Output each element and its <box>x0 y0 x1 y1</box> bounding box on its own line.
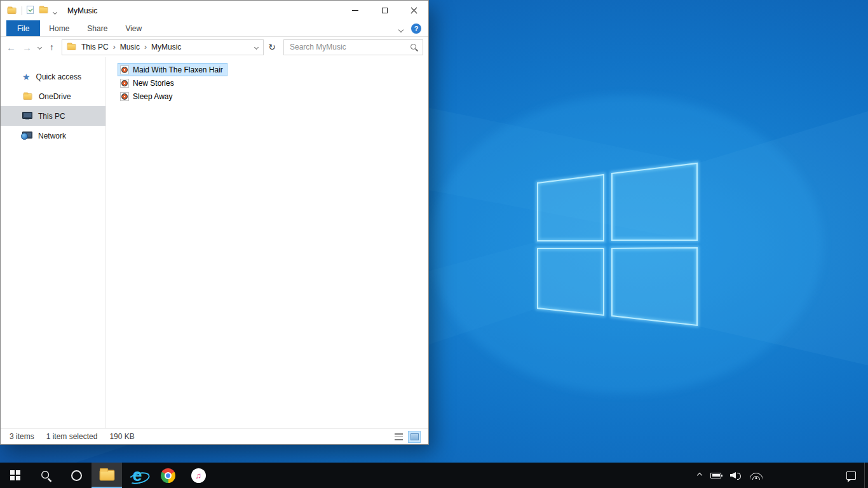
wifi-icon <box>750 471 763 480</box>
star-icon: ★ <box>22 72 31 81</box>
cortana-ring-icon <box>71 470 82 481</box>
selection-count: 1 item selected <box>46 432 98 441</box>
titlebar[interactable]: MyMusic <box>1 1 428 20</box>
help-button[interactable]: ? <box>411 24 421 34</box>
file-row-new-stories[interactable]: New Stories <box>118 76 179 90</box>
items-count: 3 items <box>10 432 34 441</box>
show-desktop-button[interactable] <box>864 463 868 488</box>
forward-button[interactable]: → <box>19 39 35 55</box>
breadcrumb-this-pc[interactable]: This PC <box>77 40 113 55</box>
sidebar-item-quick-access[interactable]: ★ Quick access <box>1 67 105 86</box>
network-button[interactable] <box>745 463 767 488</box>
taskbar-cortana-button[interactable] <box>61 463 92 488</box>
start-button[interactable] <box>0 463 31 488</box>
address-bar[interactable]: This PC › Music › MyMusic <box>62 39 264 55</box>
properties-button[interactable] <box>27 5 34 17</box>
sidebar-item-this-pc[interactable]: This PC <box>1 106 105 126</box>
details-view-icon <box>395 433 403 440</box>
qat-separator <box>22 6 22 15</box>
large-icons-view-icon <box>410 433 419 440</box>
expand-ribbon-button[interactable] <box>399 23 403 34</box>
volume-icon <box>730 471 741 479</box>
ribbon-tab-view[interactable]: View <box>116 20 151 36</box>
folder-icon <box>99 470 114 481</box>
file-explorer-window: MyMusic File Home Share View ? ← → ↑ <box>0 0 429 445</box>
ribbon-file-tab[interactable]: File <box>6 20 40 36</box>
window-title: MyMusic <box>67 6 97 15</box>
properties-icon <box>27 6 34 14</box>
large-icons-view-button[interactable] <box>408 431 421 443</box>
chevron-down-icon <box>398 27 403 32</box>
selection-size: 190 KB <box>109 432 134 441</box>
taskbar-search-button[interactable] <box>31 463 61 488</box>
search-box <box>283 39 423 55</box>
search-input[interactable] <box>288 42 410 52</box>
taskbar-internet-explorer-button[interactable]: e <box>122 463 153 488</box>
file-name: Sleep Away <box>133 92 173 101</box>
breadcrumb-music[interactable]: Music <box>116 40 144 55</box>
maximize-button[interactable] <box>370 1 399 20</box>
navigation-pane: ★ Quick access OneDrive This PC Network <box>1 57 106 428</box>
action-center-icon <box>846 471 856 480</box>
network-icon <box>22 132 32 139</box>
caption-buttons <box>341 1 428 20</box>
refresh-button[interactable]: ↻ <box>264 42 280 52</box>
minimize-icon <box>352 10 358 11</box>
computer-icon <box>22 112 32 119</box>
sidebar-item-label: This PC <box>38 112 65 121</box>
close-button[interactable] <box>399 1 428 20</box>
back-button[interactable]: ← <box>3 39 19 55</box>
hidden-icons-button[interactable] <box>693 463 706 488</box>
battery-icon <box>710 473 721 478</box>
sidebar-item-label: Quick access <box>36 72 81 81</box>
qat-customize-button[interactable] <box>53 5 57 17</box>
file-list[interactable]: Maid With The Flaxen Hair New Stories Sl… <box>106 57 428 428</box>
recent-locations-button[interactable] <box>35 46 44 49</box>
taskbar-itunes-button[interactable]: ♫ <box>183 463 214 488</box>
taskbar: e ♫ <box>0 463 868 488</box>
chrome-icon <box>161 468 175 483</box>
windows-logo-icon <box>10 470 21 481</box>
view-toggles <box>392 431 421 443</box>
ribbon-tab-share[interactable]: Share <box>78 20 116 36</box>
new-folder-button[interactable] <box>38 5 49 17</box>
volume-button[interactable] <box>726 463 745 488</box>
sidebar-item-label: OneDrive <box>39 92 71 101</box>
file-row-maid-with-the-flaxen-hair[interactable]: Maid With The Flaxen Hair <box>118 63 227 76</box>
maximize-icon <box>382 8 388 13</box>
up-button[interactable]: ↑ <box>44 39 60 55</box>
taskbar-chrome-button[interactable] <box>153 463 183 488</box>
search-icon <box>40 470 51 481</box>
address-folder-icon <box>67 44 76 50</box>
chevron-up-icon <box>697 473 702 478</box>
chevron-down-icon <box>37 44 41 49</box>
window-folder-icon <box>8 8 17 14</box>
address-toolbar: ← → ↑ This PC › Music › MyMusic ↻ <box>1 37 428 57</box>
taskbar-file-explorer-button[interactable] <box>92 463 122 488</box>
itunes-icon: ♫ <box>191 468 206 483</box>
file-name: New Stories <box>133 79 174 88</box>
sidebar-item-label: Network <box>38 132 66 140</box>
minimize-button[interactable] <box>341 1 370 20</box>
status-bar: 3 items 1 item selected 190 KB <box>1 428 428 444</box>
audio-file-icon <box>120 65 129 74</box>
onedrive-folder-icon <box>24 93 32 100</box>
breadcrumb-mymusic[interactable]: MyMusic <box>147 40 186 55</box>
new-folder-icon <box>39 7 48 13</box>
ribbon-tabstrip: File Home Share View ? <box>1 20 428 37</box>
sidebar-item-onedrive[interactable]: OneDrive <box>1 86 105 106</box>
file-row-sleep-away[interactable]: Sleep Away <box>118 90 177 103</box>
chevron-down-icon <box>53 10 57 14</box>
desktop: MyMusic File Home Share View ? ← → ↑ <box>0 0 868 488</box>
system-tray <box>693 463 868 488</box>
sidebar-item-network[interactable]: Network <box>1 126 105 146</box>
address-dropdown-button[interactable] <box>249 40 263 55</box>
audio-file-icon <box>120 79 129 88</box>
audio-file-icon <box>120 92 129 101</box>
action-center-button[interactable] <box>838 463 864 488</box>
ie-icon: e <box>132 467 142 484</box>
details-view-button[interactable] <box>392 431 405 443</box>
ribbon-tab-home[interactable]: Home <box>40 20 78 36</box>
search-icon <box>410 43 418 51</box>
battery-button[interactable] <box>706 463 726 488</box>
